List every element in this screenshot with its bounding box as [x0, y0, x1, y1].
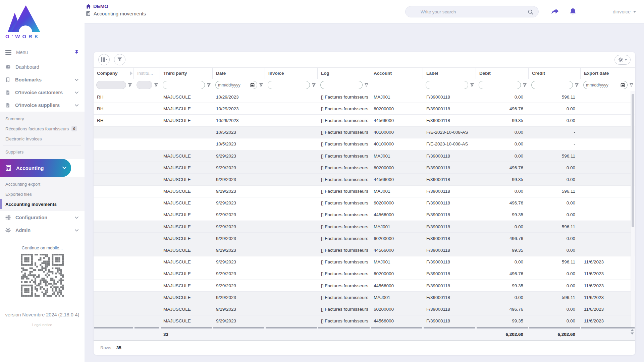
filter-funnel-icon[interactable] — [523, 83, 527, 87]
filter-funnel-icon[interactable] — [128, 83, 132, 87]
column-header-institution[interactable]: Institu... — [134, 68, 160, 79]
chevron-down-icon — [75, 92, 78, 94]
submenu-item-accounting-export[interactable]: Accounting export — [0, 179, 85, 189]
cell-export_date — [581, 174, 635, 185]
sidebar-item-oinvoice-suppliers[interactable]: O'Invoice suppliers — [0, 99, 85, 112]
submenu-item-accounting-movements[interactable]: Accounting movements — [0, 199, 85, 209]
scroll-down-button[interactable] — [631, 333, 634, 335]
column-header-export-date[interactable]: Export date — [581, 68, 635, 79]
table-settings-button[interactable] — [614, 55, 631, 65]
column-header-company[interactable]: Company — [94, 68, 134, 79]
table-row[interactable]: MAJUSCULE9/29/2023[] Factures fournisseu… — [94, 244, 635, 256]
submenu-item-receptions[interactable]: Réceptions factures fournisseurs 0 — [0, 124, 85, 134]
filter-funnel-icon[interactable] — [629, 83, 634, 87]
column-header-account[interactable]: Account — [370, 68, 423, 79]
cell-credit: 0.00 — [529, 197, 581, 209]
filter-button[interactable] — [114, 54, 125, 65]
table-row[interactable]: MAJUSCULE9/29/2023[] Factures fournisseu… — [94, 209, 635, 221]
table-row[interactable]: 10/5/2023[] Factures fournisseurs4010000… — [94, 138, 635, 150]
filter-funnel-icon[interactable] — [364, 83, 369, 87]
table-row[interactable]: MAJUSCULE9/29/2023[] Factures fournisseu… — [94, 268, 635, 280]
hamburger-icon[interactable] — [5, 50, 11, 55]
table-row[interactable]: MAJUSCULE9/29/2023[] Factures fournisseu… — [94, 221, 635, 233]
column-header-date[interactable]: Date — [213, 68, 265, 79]
table-row[interactable]: MAJUSCULE9/29/2023[] Factures fournisseu… — [94, 303, 635, 315]
table-row[interactable]: MAJUSCULE9/29/2023[] Factures fournisseu… — [94, 150, 635, 162]
cell-date: 9/29/2023 — [213, 244, 265, 256]
column-header-third-party[interactable]: Third party — [160, 68, 213, 79]
cell-company — [94, 209, 134, 221]
sidebar-item-accounting[interactable]: Accounting — [0, 159, 71, 177]
table-row[interactable]: RHMAJUSCULE10/29/2023[] Factures fournis… — [94, 115, 635, 126]
cell-credit: 0.00 — [529, 244, 581, 256]
user-menu[interactable]: dinvoice — [613, 9, 636, 14]
cell-date: 9/29/2023 — [213, 197, 265, 209]
table-row[interactable]: MAJUSCULE9/29/2023[] Factures fournisseu… — [94, 174, 635, 185]
vertical-scrollbar[interactable] — [631, 91, 635, 327]
cell-export_date: 11/6/2023 — [581, 315, 635, 327]
sidebar-item-configuration[interactable]: Configuration — [0, 211, 85, 224]
column-header-log[interactable]: Log — [318, 68, 370, 79]
table-row[interactable]: RHMAJUSCULE10/29/2023[] Factures fournis… — [94, 103, 635, 115]
column-header-debit[interactable]: Debit — [476, 68, 529, 79]
suppliers-submenu: Summary Réceptions factures fournisseurs… — [0, 112, 85, 159]
filter-funnel-icon[interactable] — [312, 83, 316, 87]
cell-invoice — [265, 233, 318, 244]
scroll-up-button[interactable] — [631, 329, 634, 331]
breadcrumb-home[interactable]: DEMO — [86, 3, 146, 9]
submenu-item-exported-files[interactable]: Exported files — [0, 189, 85, 199]
filter-funnel-icon[interactable] — [470, 83, 474, 87]
table-row[interactable]: MAJUSCULE9/29/2023[] Factures fournisseu… — [94, 256, 635, 268]
sidebar-item-oinvoice-customers[interactable]: O'Invoice customers — [0, 86, 85, 99]
topbar: DEMO Accounting movements — [85, 0, 644, 23]
invoice-filter-input[interactable] — [268, 81, 310, 89]
table-row[interactable]: MAJUSCULE9/29/2023[] Factures fournisseu… — [94, 186, 635, 197]
log-filter-input[interactable] — [320, 81, 363, 89]
table-row[interactable]: MAJUSCULE9/29/2023[] Factures fournisseu… — [94, 162, 635, 174]
search-input[interactable] — [406, 9, 538, 14]
search-icon[interactable] — [528, 9, 534, 15]
table-row[interactable]: 10/5/2023[] Factures fournisseurs4010000… — [94, 127, 635, 138]
columns-button[interactable] — [98, 54, 110, 65]
table-row[interactable]: RHMAJUSCULE10/29/2023[] Factures fournis… — [94, 91, 635, 103]
sidebar-item-dashboard[interactable]: Dashboard — [0, 61, 85, 73]
legal-notice-link[interactable]: Legal notice — [0, 323, 85, 327]
scrollbar-thumb[interactable] — [632, 94, 634, 227]
table-row[interactable]: MAJUSCULE9/29/2023[] Factures fournisseu… — [94, 280, 635, 292]
filter-funnel-icon[interactable] — [575, 83, 579, 87]
table-row[interactable]: MAJUSCULE9/29/2023[] Factures fournisseu… — [94, 197, 635, 209]
submenu-item-suppliers[interactable]: Suppliers — [0, 147, 85, 157]
column-header-label[interactable]: Label — [423, 68, 476, 79]
filter-funnel-icon[interactable] — [207, 83, 211, 87]
cell-log: [] Factures fournisseurs — [318, 233, 370, 244]
sidebar-item-bookmarks[interactable]: Bookmarks — [0, 73, 85, 86]
export-date-filter-input[interactable]: mm/dd/yyyy — [583, 81, 628, 89]
table-row[interactable]: MAJUSCULE9/29/2023[] Factures fournisseu… — [94, 233, 635, 244]
debit-filter-input[interactable] — [479, 81, 521, 89]
submenu-item-summary[interactable]: Summary — [0, 114, 85, 124]
filter-funnel-icon[interactable] — [154, 83, 158, 87]
cell-institution — [134, 162, 160, 173]
cell-company — [94, 127, 134, 138]
third-party-filter-input[interactable] — [163, 81, 205, 89]
table-row[interactable]: MAJUSCULE9/29/2023[] Factures fournisseu… — [94, 315, 635, 327]
credit-filter-input[interactable] — [531, 81, 573, 89]
cell-institution — [134, 127, 160, 138]
table-row[interactable]: MAJUSCULE9/29/2023[] Factures fournisseu… — [94, 292, 635, 303]
cell-log: [] Factures fournisseurs — [318, 162, 370, 173]
column-header-credit[interactable]: Credit — [529, 68, 581, 79]
submenu-item-label: Electronic Invoices — [5, 136, 42, 141]
sidebar-item-admin[interactable]: Admin — [0, 224, 85, 237]
cell-account: 60200000 — [370, 197, 423, 209]
cell-log: [] Factures fournisseurs — [318, 221, 370, 232]
column-header-invoice[interactable]: Invoice — [265, 68, 318, 79]
notifications-button[interactable] — [569, 8, 577, 16]
submenu-item-electronic-invoices[interactable]: Electronic Invoices — [0, 134, 85, 144]
cell-credit: 0.00 — [529, 115, 581, 126]
pin-sidebar-icon[interactable] — [74, 50, 79, 55]
filter-funnel-icon[interactable] — [259, 83, 263, 87]
label-filter-input[interactable] — [426, 81, 468, 89]
share-button[interactable] — [551, 8, 559, 15]
app-logo: O'WORK — [0, 0, 47, 39]
date-filter-input[interactable]: mm/dd/yyyy — [215, 81, 257, 89]
